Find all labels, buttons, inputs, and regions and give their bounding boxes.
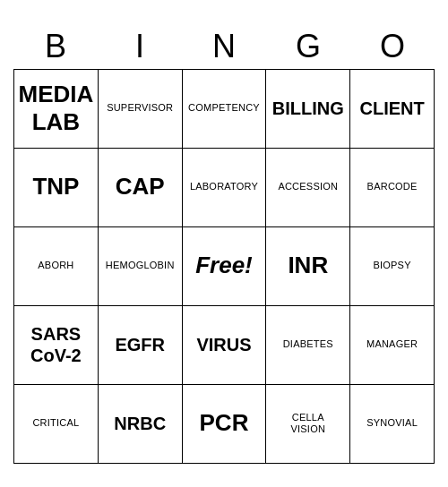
cell-label: CRITICAL [32,417,79,429]
bingo-cell: MANAGER [350,306,435,385]
bingo-cell: SUPERVISOR [99,70,183,149]
bingo-grid: MEDIALABSUPERVISORCOMPETENCYBILLINGCLIEN… [13,69,435,464]
cell-label: BIOPSY [373,260,410,271]
header-letter: B [13,24,98,69]
cell-label: DIABETES [283,338,333,350]
bingo-cell: INR [266,227,350,306]
cell-label: CELLAVISION [290,412,325,435]
bingo-cell: BARCODE [350,149,435,227]
cell-label: EGFR [115,334,165,355]
header-letter: O [350,24,435,69]
cell-label: CAP [116,173,165,201]
cell-label: PCR [200,409,249,437]
cell-label: SARSCoV-2 [30,323,82,366]
bingo-cell: COMPETENCY [183,70,267,149]
bingo-cell: BILLING [266,70,350,149]
bingo-cell: HEMOGLOBIN [99,227,183,306]
cell-label: BILLING [272,98,344,119]
cell-label: MEDIALAB [19,81,94,136]
cell-label: VIRUS [196,334,251,355]
bingo-cell: BIOPSY [350,227,435,306]
cell-label: COMPETENCY [188,102,260,114]
cell-label: BARCODE [367,181,418,192]
bingo-cell: NRBC [99,385,183,464]
bingo-card: BINGO MEDIALABSUPERVISORCOMPETENCYBILLIN… [13,24,435,464]
header-letter: N [182,24,266,69]
bingo-cell: CRITICAL [14,385,99,464]
header-letter: G [266,24,350,69]
bingo-cell: TNP [14,149,99,227]
header-letter: I [98,24,182,69]
cell-label: NRBC [114,413,166,434]
cell-label: ABORH [38,260,73,271]
bingo-cell: Free! [183,227,267,306]
cell-label: CLIENT [359,98,424,119]
cell-label: MANAGER [366,338,418,350]
cell-label: INR [288,252,328,279]
bingo-cell: CLIENT [350,70,435,149]
cell-label: SYNOVIAL [366,417,418,429]
bingo-cell: DIABETES [266,306,350,385]
bingo-cell: SARSCoV-2 [14,306,99,385]
bingo-cell: PCR [183,385,267,464]
cell-label: Free! [195,252,253,279]
bingo-cell: ACCESSION [266,149,350,227]
bingo-cell: ABORH [14,227,99,306]
bingo-header: BINGO [13,24,435,69]
bingo-cell: SYNOVIAL [350,385,435,464]
cell-label: HEMOGLOBIN [106,260,175,271]
cell-label: SUPERVISOR [107,102,173,114]
cell-label: LABORATORY [190,181,258,192]
cell-label: TNP [32,173,79,201]
bingo-cell: CAP [99,149,183,227]
bingo-cell: CELLAVISION [266,385,350,464]
bingo-cell: EGFR [99,306,183,385]
bingo-cell: VIRUS [183,306,267,385]
cell-label: ACCESSION [278,181,338,192]
bingo-cell: LABORATORY [183,149,267,227]
bingo-cell: MEDIALAB [14,70,99,149]
